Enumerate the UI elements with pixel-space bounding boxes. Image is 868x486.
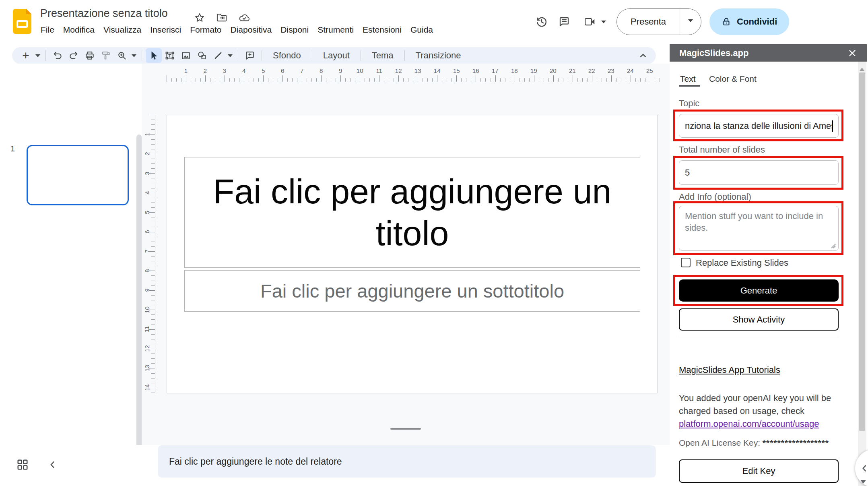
edit-key-button[interactable]: Edit Key [679, 459, 839, 483]
topic-input[interactable] [679, 114, 839, 138]
join-call-caret-icon[interactable] [601, 21, 606, 26]
app-bar: Presentazione senza titolo FileModificaV… [0, 0, 868, 47]
usage-link[interactable]: platform.openai.com/account/usage [679, 419, 819, 429]
title-placeholder-text: Fai clic per aggiungere un titolo [209, 171, 616, 254]
insert-line-tool[interactable] [210, 48, 226, 63]
openai-key-note-text: You added your openAI key you will be ch… [679, 393, 831, 416]
menu-item[interactable]: Visualizza [99, 23, 146, 36]
menu-bar: FileModificaVisualizzaInserisciFormatoDi… [36, 23, 437, 36]
present-options-caret[interactable] [680, 9, 701, 35]
vertical-ruler: 1234567891011121314 [142, 115, 155, 393]
subtitle-placeholder-text: Fai clic per aggiungere un sottotitolo [260, 280, 564, 302]
tutorials-link[interactable]: MagicSlides App Tutorials [679, 365, 780, 375]
slides-count-input[interactable] [679, 160, 839, 185]
close-sidebar-icon[interactable] [847, 48, 857, 58]
zoom-caret-icon[interactable] [130, 48, 138, 63]
add-info-label: Add Info (optional) [679, 192, 751, 202]
new-slide-caret-icon[interactable] [34, 48, 42, 63]
slide-number: 1 [10, 144, 15, 153]
chevron-left-icon [859, 462, 868, 474]
share-button[interactable]: Condividi [709, 8, 789, 35]
version-history-icon[interactable] [530, 10, 553, 33]
background-button[interactable]: Sfondo [266, 50, 308, 61]
tab-text[interactable]: Text [680, 74, 696, 84]
star-icon[interactable] [194, 12, 205, 23]
menu-item[interactable]: Guida [406, 23, 437, 36]
present-split-button: Presenta [616, 8, 701, 35]
insert-shape-tool[interactable] [194, 48, 210, 63]
menu-item[interactable]: Inserisci [146, 23, 186, 36]
move-folder-icon[interactable] [216, 12, 228, 23]
scrollbar-up-arrow-icon[interactable] [860, 65, 864, 71]
license-key-label: Open AI License Key: [679, 438, 760, 447]
insert-image-tool[interactable] [178, 48, 194, 63]
toolbar-divider [361, 50, 361, 61]
add-info-textarea[interactable] [679, 206, 839, 251]
replace-slides-label: Replace Existing Slides [696, 258, 788, 268]
filmstrip-panel: 1 [0, 64, 142, 445]
slide-canvas[interactable]: Fai clic per aggiungere un titolo Fai cl… [167, 115, 658, 393]
theme-button[interactable]: Tema [365, 50, 401, 61]
toolbar: + [12, 47, 656, 64]
menu-item[interactable]: Strumenti [313, 23, 358, 36]
toolbar-divider [45, 50, 46, 61]
google-slides-app: Presentazione senza titolo FileModificaV… [0, 0, 868, 486]
scrollbar-down-arrow-icon[interactable] [860, 480, 866, 486]
paint-format-icon[interactable] [98, 48, 114, 63]
show-activity-button[interactable]: Show Activity [679, 308, 839, 331]
undo-icon[interactable] [49, 48, 66, 63]
lock-icon [722, 16, 731, 27]
toolbar-divider [238, 50, 238, 61]
filmstrip-scrollbar[interactable] [136, 134, 142, 486]
sidebar-scrollbar-thumb[interactable] [859, 72, 865, 431]
text-box-tool[interactable] [162, 48, 178, 63]
menu-item[interactable]: Formato [186, 23, 226, 36]
subtitle-placeholder-box[interactable]: Fai clic per aggiungere un sottotitolo [184, 270, 640, 312]
present-button[interactable]: Presenta [617, 9, 680, 35]
print-icon[interactable] [82, 48, 98, 63]
cloud-saved-icon[interactable] [238, 12, 250, 23]
document-title[interactable]: Presentazione senza titolo [40, 7, 168, 20]
replace-slides-checkbox[interactable] [681, 258, 691, 267]
app-bar-actions: Presenta Condividi [530, 8, 860, 35]
transition-button[interactable]: Transizione [408, 50, 468, 61]
select-tool[interactable] [146, 48, 162, 63]
collapse-toolbar-icon[interactable] [637, 50, 649, 61]
redo-icon[interactable] [66, 48, 82, 63]
generate-button[interactable]: Generate [679, 279, 839, 302]
horizontal-ruler: 1234567891011121314151617181920212223242… [167, 66, 660, 82]
slides-logo-icon[interactable] [13, 9, 31, 34]
speaker-notes-input[interactable]: Fai clic per aggiungere le note del rela… [158, 445, 656, 478]
magicslides-sidebar: MagicSlides.app Text Color & Font Topic … [670, 44, 868, 486]
topic-label: Topic [679, 98, 699, 109]
line-caret-icon[interactable] [226, 48, 234, 63]
toolbar-divider [262, 50, 262, 61]
collapse-filmstrip-icon[interactable] [47, 458, 59, 472]
notes-resize-handle[interactable] [390, 428, 421, 430]
menu-item[interactable]: Estensioni [358, 23, 406, 36]
tab-color-font[interactable]: Color & Font [709, 74, 757, 84]
speaker-notes-placeholder: Fai clic per aggiungere le note del rela… [169, 456, 342, 467]
zoom-icon[interactable] [114, 48, 130, 63]
new-slide-button[interactable]: + [18, 48, 34, 63]
tab-text-underline [679, 85, 700, 87]
join-call-icon[interactable] [579, 10, 601, 33]
document-title-icons [194, 12, 250, 23]
comments-icon[interactable] [553, 10, 575, 33]
add-comment-tool[interactable] [242, 48, 258, 63]
slide-thumbnail[interactable] [27, 145, 129, 205]
menu-item[interactable]: File [36, 23, 59, 36]
menu-item[interactable]: Diapositiva [226, 23, 276, 36]
textarea-resize-grip-icon[interactable] [830, 242, 836, 249]
grid-view-icon[interactable] [16, 459, 29, 471]
menu-item[interactable]: Modifica [59, 23, 99, 36]
share-button-label: Condividi [737, 17, 777, 27]
sidebar-header: MagicSlides.app [670, 44, 867, 62]
canvas-workspace: 1234567891011121314151617181920212223242… [142, 64, 670, 445]
layout-button[interactable]: Layout [316, 50, 357, 61]
toolbar-divider [142, 50, 142, 61]
menu-item[interactable]: Disponi [276, 23, 313, 36]
title-placeholder-box[interactable]: Fai clic per aggiungere un titolo [184, 157, 640, 268]
license-key-row: Open AI License Key: ****************** [679, 438, 829, 448]
toolbar-divider [404, 50, 405, 61]
